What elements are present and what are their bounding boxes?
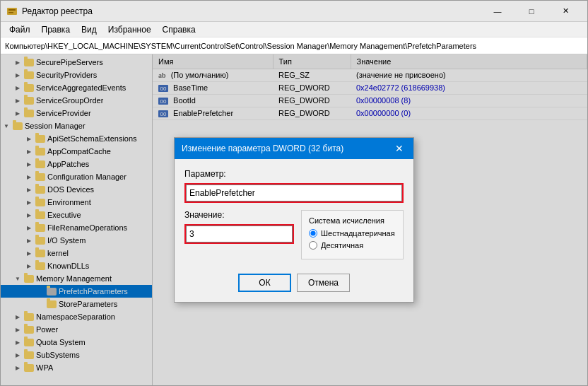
app-icon xyxy=(6,6,18,17)
window-controls: — □ ✕ xyxy=(481,1,582,22)
value-input[interactable] xyxy=(186,226,293,242)
dialog-body: Параметр: Значение: xyxy=(175,159,413,268)
svg-rect-2 xyxy=(8,12,13,13)
numbase-title: Система исчисления xyxy=(309,216,396,225)
radio-dec-text: Десятичная xyxy=(321,241,363,250)
radio-dec-label[interactable]: Десятичная xyxy=(309,241,396,250)
cancel-button[interactable]: Отмена xyxy=(297,274,350,292)
menu-bar: Файл Правка Вид Избранное Справка xyxy=(1,22,587,37)
close-button[interactable]: ✕ xyxy=(549,1,582,22)
numbase-section: Система исчисления Шестнадцатеричная Дес… xyxy=(301,210,404,259)
param-label: Параметр: xyxy=(184,169,404,179)
svg-rect-0 xyxy=(7,8,17,15)
title-bar: Редактор реестра — □ ✕ xyxy=(1,1,587,22)
value-input-wrapper xyxy=(184,224,294,244)
menu-view[interactable]: Вид xyxy=(76,23,102,36)
main-area: ▶ SecurePipeServers ▶ SecurityProviders … xyxy=(1,54,587,385)
menu-file[interactable]: Файл xyxy=(4,23,36,36)
dialog-footer: ОК Отмена xyxy=(175,268,413,302)
dialog-value-section: Значение: xyxy=(184,210,294,259)
dialog-overlay: Изменение параметра DWORD (32 бита) ✕ Па… xyxy=(1,54,587,385)
window-title: Редактор реестра xyxy=(22,6,481,16)
minimize-button[interactable]: — xyxy=(481,1,514,22)
menu-edit[interactable]: Правка xyxy=(36,23,76,36)
radio-dec[interactable] xyxy=(309,241,317,250)
value-label: Значение: xyxy=(184,210,294,220)
address-text: Компьютер\HKEY_LOCAL_MACHINE\SYSTEM\Curr… xyxy=(5,42,476,50)
dword-edit-dialog: Изменение параметра DWORD (32 бита) ✕ Па… xyxy=(174,137,414,303)
param-input-wrapper xyxy=(184,183,404,203)
registry-editor-window: Редактор реестра — □ ✕ Файл Правка Вид И… xyxy=(0,0,588,386)
menu-help[interactable]: Справка xyxy=(157,23,201,36)
address-bar: Компьютер\HKEY_LOCAL_MACHINE\SYSTEM\Curr… xyxy=(1,37,587,54)
param-input[interactable] xyxy=(186,185,402,201)
radio-hex-label[interactable]: Шестнадцатеричная xyxy=(309,229,396,238)
radio-hex[interactable] xyxy=(309,229,317,238)
dialog-title-bar: Изменение параметра DWORD (32 бита) ✕ xyxy=(175,138,413,159)
dialog-close-button[interactable]: ✕ xyxy=(392,141,406,156)
svg-rect-1 xyxy=(8,9,16,11)
dialog-value-row: Значение: Система исчисления Шестнадцате… xyxy=(184,210,404,259)
radio-hex-text: Шестнадцатеричная xyxy=(321,229,395,238)
menu-favorites[interactable]: Избранное xyxy=(102,23,157,36)
ok-button[interactable]: ОК xyxy=(238,274,291,292)
dialog-title-text: Изменение параметра DWORD (32 бита) xyxy=(182,144,343,153)
maximize-button[interactable]: □ xyxy=(515,1,548,22)
